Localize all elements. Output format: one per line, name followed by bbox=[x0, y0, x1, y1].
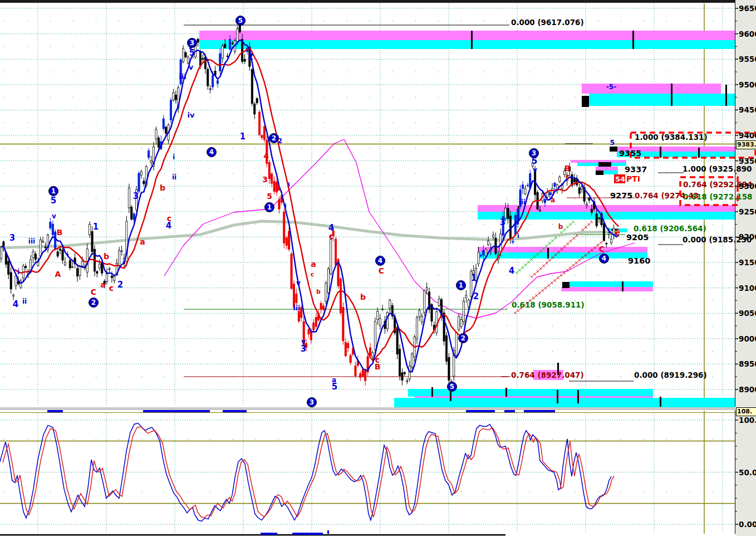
wave-label-circled: 1 bbox=[49, 187, 58, 196]
candle-body bbox=[598, 218, 600, 218]
wave-label-red: B bbox=[57, 228, 63, 237]
band-tick-mark bbox=[660, 147, 661, 158]
candle-body bbox=[232, 43, 233, 44]
candle-body bbox=[512, 241, 514, 242]
candle-body bbox=[588, 198, 590, 201]
chart-canvas[interactable]: 0.000 (9617.076)1.000 (9384.131)1.000 (9… bbox=[0, 0, 756, 536]
wave-label-red: C bbox=[379, 266, 384, 275]
wave-label-blue: 4 bbox=[13, 299, 18, 309]
wave-label-blue: i bbox=[173, 153, 175, 161]
current-price-tag: 9383. bbox=[736, 140, 756, 149]
candle-body bbox=[480, 255, 482, 256]
candle-body bbox=[448, 357, 450, 380]
candle-body bbox=[96, 271, 98, 273]
svg-text:3: 3 bbox=[310, 398, 314, 406]
candle-body bbox=[52, 224, 53, 235]
candle-body bbox=[62, 250, 63, 260]
candle-body bbox=[10, 272, 12, 289]
candle-body bbox=[483, 250, 484, 255]
candle-body bbox=[251, 70, 253, 104]
candle-body bbox=[313, 323, 315, 330]
candle-body bbox=[478, 252, 479, 264]
candle-body bbox=[207, 69, 209, 86]
zone-band bbox=[582, 96, 589, 107]
candle-body bbox=[256, 99, 258, 103]
wave-label-blue: i bbox=[288, 181, 290, 188]
candle-body bbox=[611, 239, 612, 243]
band-tick-mark bbox=[622, 281, 624, 291]
band-tick-mark bbox=[671, 84, 672, 106]
candle-body bbox=[111, 276, 112, 277]
pti-number: 54 bbox=[615, 175, 625, 183]
candle-body bbox=[347, 343, 349, 348]
price-tag-label: 9337 bbox=[625, 165, 647, 174]
osc-bias-bar bbox=[504, 410, 515, 412]
candle-body bbox=[308, 330, 310, 334]
band-tick-mark bbox=[557, 390, 558, 403]
axis-label: 9600. bbox=[739, 30, 756, 38]
window-top-edge bbox=[0, 0, 756, 3]
candle-body bbox=[158, 138, 159, 147]
osc-bias-bar bbox=[223, 410, 247, 412]
candle-body bbox=[507, 208, 509, 219]
candle-body bbox=[140, 172, 142, 176]
candle-body bbox=[173, 93, 174, 100]
candle-body bbox=[438, 299, 440, 306]
wave-label-blue: 1 bbox=[471, 273, 477, 283]
candle-body bbox=[374, 321, 376, 349]
wave-label-red: a bbox=[311, 260, 316, 269]
candle-body bbox=[32, 252, 34, 258]
price-tag-label: 9275 bbox=[610, 191, 632, 200]
band-tick-mark bbox=[547, 248, 549, 259]
osc-bottom-bar bbox=[261, 533, 277, 535]
candle-body bbox=[411, 354, 413, 367]
candle-body bbox=[35, 254, 36, 260]
candle-body bbox=[76, 269, 78, 276]
wave-label-red: 5 bbox=[267, 192, 272, 201]
wave-label-circled: 4 bbox=[600, 254, 609, 264]
wave-label-blue: i bbox=[284, 202, 287, 209]
candle-body bbox=[419, 310, 420, 317]
candle-body bbox=[463, 301, 464, 322]
candle-body bbox=[320, 303, 322, 309]
wave-label-blue: 5 bbox=[189, 48, 195, 58]
candle-body bbox=[64, 262, 66, 265]
candle-body bbox=[143, 181, 145, 184]
candle-body bbox=[254, 104, 256, 114]
wave-label-blue: iii bbox=[519, 198, 526, 206]
wave-label-red: 4 bbox=[263, 152, 269, 160]
fib-label: 1.000 (9384.131) bbox=[635, 133, 708, 142]
wave-label-blue: 4 bbox=[509, 266, 514, 276]
wave-label-circled: 4 bbox=[207, 148, 217, 157]
wave-label-red: c bbox=[311, 271, 315, 278]
axis-label: 9250. bbox=[739, 207, 756, 216]
candle-body bbox=[559, 177, 561, 182]
trading-chart-window: 0.000 (9617.076)1.000 (9384.131)1.000 (9… bbox=[0, 0, 756, 536]
band-tick-mark bbox=[660, 397, 661, 407]
candle-body bbox=[40, 240, 41, 256]
candle-body bbox=[59, 249, 61, 250]
candle-body bbox=[0, 247, 2, 259]
band-tick-mark bbox=[431, 387, 433, 397]
wave-label-red: B bbox=[375, 362, 381, 371]
candle-body bbox=[445, 335, 447, 361]
zone-band bbox=[199, 31, 735, 40]
zone-band bbox=[561, 287, 653, 291]
wave-label-red: c bbox=[109, 284, 114, 293]
candle-body bbox=[416, 318, 418, 339]
wave-label-blue: iii bbox=[28, 237, 35, 245]
wave-label-blue: ii bbox=[22, 298, 27, 305]
candle-body bbox=[591, 209, 592, 212]
band-tick-mark bbox=[471, 31, 473, 49]
axis-label: 9450. bbox=[739, 105, 756, 114]
candle-body bbox=[55, 232, 56, 249]
candle-body bbox=[596, 214, 597, 226]
candle-body bbox=[396, 328, 398, 354]
candle-body bbox=[222, 46, 223, 58]
candle-body bbox=[362, 369, 364, 376]
wave-label-blue: -5- bbox=[606, 83, 616, 91]
zone-band bbox=[596, 167, 618, 170]
wave-label-blue: v bbox=[52, 212, 56, 220]
oscillator-value-tag: 108. bbox=[736, 407, 756, 416]
osc-bias-bar bbox=[47, 410, 63, 412]
